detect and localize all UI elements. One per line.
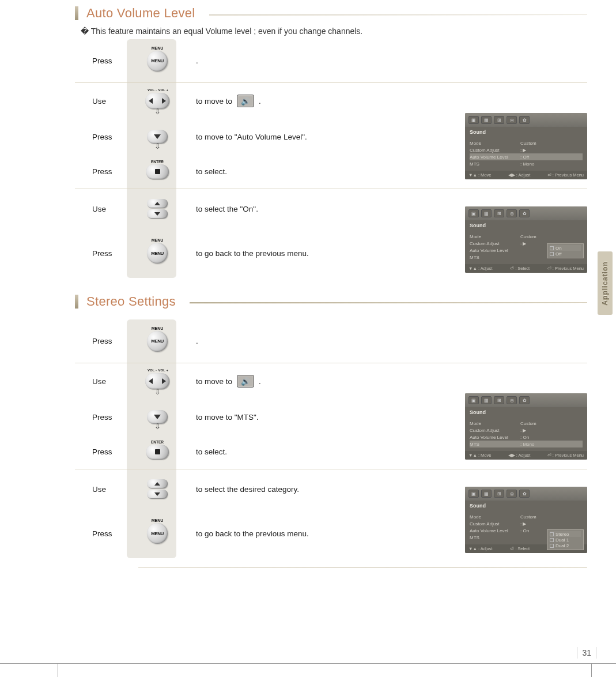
step-row: Press ENTER to select. — [75, 435, 587, 469]
section-header-avl: Auto Volume Level — [75, 6, 587, 21]
menu-glyph-icon: MENU — [151, 58, 164, 63]
updown-button-icon — [147, 199, 168, 219]
step-desc: to go back to the previous menu. — [182, 529, 587, 538]
step-verb: Press — [75, 337, 133, 345]
step-desc: to go back to the previous menu. — [182, 249, 587, 258]
step-verb: Press — [75, 413, 133, 422]
enter-button-icon: ENTER — [146, 164, 169, 179]
connector-icon: ⇩ — [154, 107, 161, 116]
sound-menu-icon: 🔊 — [237, 95, 254, 107]
section-bar-icon — [75, 295, 78, 309]
triangle-down-icon — [154, 134, 161, 139]
menu-glyph-icon: MENU — [151, 251, 164, 256]
menu-glyph-icon: MENU — [151, 338, 164, 344]
step-row: Use VOL - VOL + ⇩ to move to 🔊 . — [75, 83, 587, 119]
step-row: Press MENU MENU . — [75, 39, 587, 83]
connector-icon: ⇩ — [154, 388, 161, 396]
square-icon — [155, 449, 160, 454]
step-verb: Use — [75, 205, 133, 213]
step-row: Use to select the "On". — [75, 189, 587, 228]
side-tab-label: Application — [601, 261, 609, 305]
side-tab-application: Application — [598, 251, 613, 315]
footer-frame — [0, 663, 616, 677]
step-row: Use VOL - VOL + ⇩ to move to 🔊 . — [75, 363, 587, 399]
volume-button-icon: VOL - VOL + — [145, 93, 169, 109]
triangle-left-icon — [149, 98, 153, 104]
triangle-down-icon — [154, 212, 160, 216]
connector-icon: ⇩ — [154, 142, 161, 151]
triangle-left-icon — [149, 378, 153, 384]
triangle-up-icon — [154, 202, 160, 205]
step-verb: Press — [75, 249, 133, 258]
section-header-stereo: Stereo Settings — [75, 294, 587, 309]
step-row: Press MENU MENU . — [75, 319, 587, 363]
bottom-rule-icon — [138, 567, 587, 568]
enter-button-icon: ENTER — [146, 445, 169, 460]
step-desc: to move to "MTS". — [182, 413, 587, 422]
triangle-down-icon — [154, 492, 160, 496]
menu-button-icon: MENU MENU — [147, 51, 168, 72]
updown-button-icon — [147, 479, 168, 499]
step-row: Press MENU MENU to go back to the previo… — [75, 509, 587, 558]
note-text: � This feature maintains an equal Volume… — [81, 27, 587, 36]
step-verb: Press — [75, 57, 133, 65]
step-desc: to move to "Auto Volume Level". — [182, 133, 587, 141]
section-title: Stereo Settings — [86, 294, 186, 309]
step-desc: to select. — [182, 167, 587, 176]
step-desc: to select. — [182, 447, 587, 456]
step-desc: to select the "On". — [182, 205, 587, 213]
volume-button-icon: VOL - VOL + — [145, 373, 169, 389]
step-verb: Press — [75, 133, 133, 141]
step-verb: Use — [75, 377, 133, 386]
rule-icon — [190, 302, 587, 303]
step-row: Press ENTER to select. — [75, 155, 587, 189]
step-desc: to select the desired category. — [182, 485, 587, 494]
step-row: Press ⇩ to move to "MTS". — [75, 399, 587, 435]
step-row: Press ⇩ to move to "Auto Volume Level". — [75, 119, 587, 155]
section-bar-icon — [75, 6, 78, 20]
step-verb: Press — [75, 167, 133, 176]
step-verb: Press — [75, 447, 133, 456]
rule-icon — [209, 14, 587, 14]
step-desc: to move to 🔊 . — [182, 95, 587, 107]
triangle-right-icon — [162, 98, 166, 104]
step-verb: Use — [75, 485, 133, 494]
square-icon — [155, 169, 160, 174]
step-verb: Press — [75, 529, 133, 538]
steps-stereo: ▣ ▦ ⊞ ◎ ✿ Sound ModeCustom Custom Adjust… — [75, 319, 587, 558]
triangle-down-icon — [154, 415, 161, 419]
steps-avl: ▣ ▦ ⊞ ◎ ✿ Sound ModeCustom Custom Adjust… — [75, 39, 587, 278]
triangle-right-icon — [162, 378, 166, 384]
connector-icon: ⇩ — [154, 422, 161, 431]
menu-button-icon: MENU MENU — [147, 523, 168, 544]
menu-button-icon: MENU MENU — [147, 243, 168, 264]
step-row: Press MENU MENU to go back to the previo… — [75, 228, 587, 278]
step-desc: . — [182, 337, 587, 345]
triangle-up-icon — [154, 482, 160, 486]
step-desc: to move to 🔊 . — [182, 375, 587, 388]
menu-button-icon: MENU MENU — [147, 331, 168, 352]
page-number: 31 — [577, 647, 596, 659]
menu-glyph-icon: MENU — [151, 531, 164, 536]
sound-menu-icon: 🔊 — [237, 375, 254, 388]
step-desc: . — [182, 57, 587, 65]
step-row: Use to select the desired category. — [75, 469, 587, 509]
step-verb: Use — [75, 97, 133, 106]
section-title: Auto Volume Level — [86, 6, 206, 21]
